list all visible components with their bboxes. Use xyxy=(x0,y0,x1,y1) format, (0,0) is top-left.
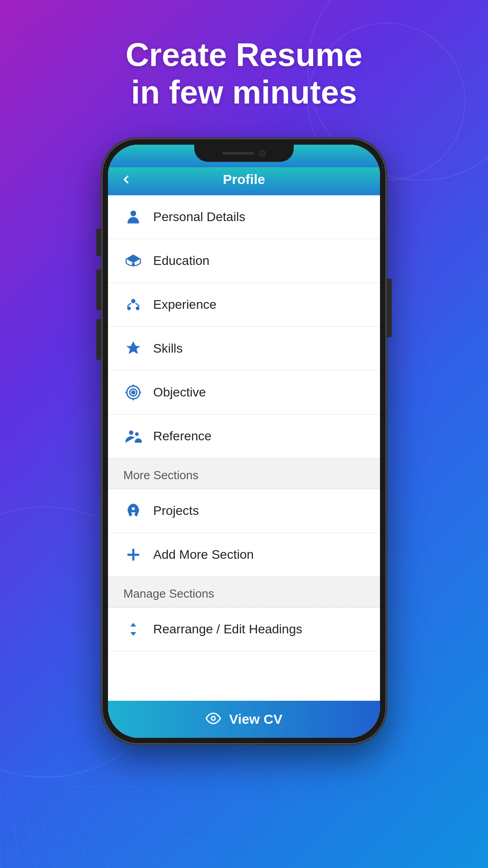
eye-icon xyxy=(206,711,221,728)
phone-mockup: Profile Personal Details xyxy=(102,138,386,744)
svg-point-12 xyxy=(129,430,134,435)
education-icon xyxy=(123,251,143,271)
speaker xyxy=(222,152,254,155)
svg-point-2 xyxy=(131,299,136,303)
person-icon xyxy=(123,207,143,227)
menu-item-experience[interactable]: Experience xyxy=(108,283,380,327)
svg-point-4 xyxy=(136,307,140,310)
svg-point-14 xyxy=(132,507,135,510)
menu-item-personal-details[interactable]: Personal Details xyxy=(108,195,380,239)
menu-item-education[interactable]: Education xyxy=(108,239,380,283)
experience-label: Experience xyxy=(153,297,216,312)
personal-details-label: Personal Details xyxy=(153,210,245,224)
app-header: Profile xyxy=(108,167,380,195)
side-button-vol-up xyxy=(96,269,102,310)
svg-marker-17 xyxy=(131,623,136,626)
manage-sections-header: Manage Sections xyxy=(108,577,380,608)
projects-label: Projects xyxy=(153,504,199,518)
menu-item-reference[interactable]: Reference xyxy=(108,415,380,458)
svg-point-19 xyxy=(211,716,216,720)
objective-label: Objective xyxy=(153,385,206,400)
menu-item-rearrange[interactable]: Rearrange / Edit Headings xyxy=(108,608,380,651)
reference-icon xyxy=(123,426,143,446)
side-button-power xyxy=(386,278,392,337)
headline-line1: Create Resume xyxy=(126,36,362,74)
menu-item-objective[interactable]: Objective xyxy=(108,371,380,415)
skills-icon xyxy=(123,339,143,359)
svg-marker-18 xyxy=(131,632,136,636)
menu-item-skills[interactable]: Skills xyxy=(108,327,380,371)
side-button-vol-down xyxy=(96,319,102,360)
headline-line2: in few minutes xyxy=(126,74,362,111)
menu-item-projects[interactable]: Projects xyxy=(108,489,380,533)
phone-screen: Profile Personal Details xyxy=(108,145,380,738)
reference-label: Reference xyxy=(153,429,211,443)
svg-point-7 xyxy=(132,391,135,393)
headline: Create Resume in few minutes xyxy=(99,36,389,111)
svg-point-3 xyxy=(127,307,131,310)
rearrange-label: Rearrange / Edit Headings xyxy=(153,622,302,637)
more-sections-header: More Sections xyxy=(108,458,380,489)
education-label: Education xyxy=(153,254,210,268)
menu-list: Personal Details Education xyxy=(108,195,380,701)
svg-rect-1 xyxy=(132,263,135,265)
menu-item-add-more[interactable]: Add More Section xyxy=(108,533,380,577)
more-sections-label: More Sections xyxy=(123,468,198,482)
svg-point-0 xyxy=(131,210,136,216)
side-button-mute xyxy=(96,229,102,256)
phone-frame: Profile Personal Details xyxy=(102,138,386,744)
view-cv-label: View CV xyxy=(229,712,282,727)
experience-icon xyxy=(123,295,143,315)
front-camera xyxy=(259,150,266,156)
bottom-bar[interactable]: View CV xyxy=(108,701,380,738)
notch-area xyxy=(108,145,380,167)
rocket-icon xyxy=(123,501,143,521)
objective-icon xyxy=(123,382,143,402)
skills-label: Skills xyxy=(153,341,183,356)
plus-icon xyxy=(123,545,143,565)
manage-sections-label: Manage Sections xyxy=(123,587,214,600)
svg-point-13 xyxy=(135,432,139,436)
app-title: Profile xyxy=(223,172,265,187)
add-more-section-label: Add More Section xyxy=(153,547,254,562)
back-button[interactable] xyxy=(120,173,132,186)
rearrange-icon xyxy=(123,619,143,639)
notch xyxy=(194,145,294,162)
